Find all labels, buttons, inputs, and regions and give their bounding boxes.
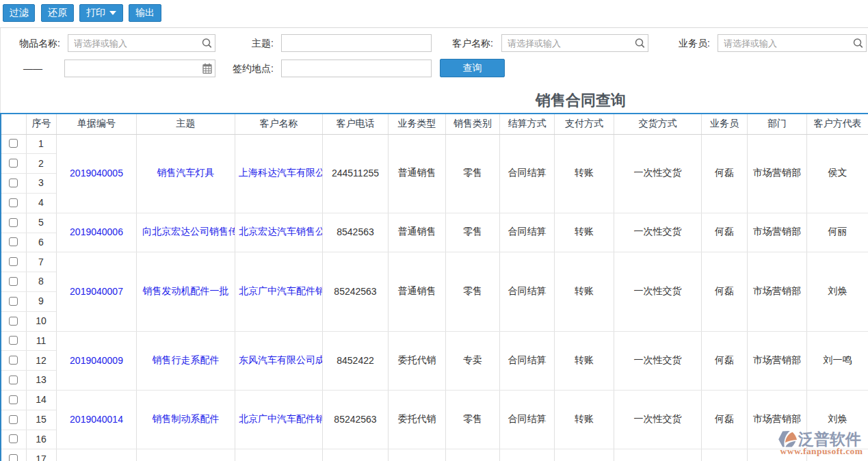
row-checkbox[interactable] xyxy=(9,159,18,168)
filter-button[interactable]: 过滤 xyxy=(3,4,35,22)
row-number: 1 xyxy=(26,134,56,154)
customer-name-input[interactable] xyxy=(502,35,648,51)
row-checkbox[interactable] xyxy=(9,218,18,227)
sales-contract-table: 序号单据编号主题客户名称客户电话业务类型销售类别结算方式支付方式交货方式业务员部… xyxy=(0,113,868,461)
cell-biz_type: 委托代销 xyxy=(389,390,445,449)
cell-salesman: 何磊 xyxy=(702,252,747,330)
print-button[interactable]: 打印 xyxy=(79,4,123,22)
cell-settle: 合同结算 xyxy=(500,252,554,330)
cell-sale_cat: 零售 xyxy=(446,252,499,330)
search-icon[interactable] xyxy=(633,38,645,49)
watermark-url: www.fanpusoft.com xyxy=(778,446,865,457)
item-name-input[interactable] xyxy=(68,35,215,51)
cell-doc_no[interactable]: 2019040014 xyxy=(57,390,136,449)
cell-customer[interactable]: 北京宏达汽车销售公司 xyxy=(235,213,322,252)
cell-doc_no[interactable]: 2019040006 xyxy=(57,213,136,252)
search-query-button-label: 查询 xyxy=(463,62,482,75)
table-left-accent xyxy=(0,113,1,461)
row-number: 13 xyxy=(26,370,56,390)
row-number: 4 xyxy=(26,193,56,213)
cell-doc_no[interactable]: 2019040005 xyxy=(57,134,136,213)
row-checkbox[interactable] xyxy=(9,376,18,384)
cell-subject[interactable]: 销售发动机配件一批 xyxy=(137,252,235,330)
restore-button-label: 还原 xyxy=(48,7,67,19)
row-checkbox[interactable] xyxy=(9,395,18,404)
row-checkbox[interactable] xyxy=(9,415,18,424)
cell-pay: 转账 xyxy=(555,213,614,252)
row-number: 10 xyxy=(26,311,56,331)
row-number: 7 xyxy=(26,252,56,272)
row-number: 8 xyxy=(26,272,56,291)
row-checkbox[interactable] xyxy=(9,336,18,345)
cell-subject[interactable]: 向北京宏达公司销售传动系配件 xyxy=(137,213,235,252)
cell-phone: 244511255 xyxy=(323,134,388,213)
toolbar-separator xyxy=(0,27,868,28)
cell-delivery: 一次性交货 xyxy=(614,390,701,449)
export-button[interactable]: 输出 xyxy=(129,4,161,22)
row-checkbox[interactable] xyxy=(9,277,18,286)
row-checkbox[interactable] xyxy=(9,179,18,187)
cell-pay: 转账 xyxy=(555,331,614,390)
search-icon[interactable] xyxy=(200,38,212,49)
cell-delivery: 一次性交货 xyxy=(614,252,701,330)
cell-subject[interactable]: 销售行走系配件 xyxy=(137,331,235,390)
cell-subject[interactable]: 销售汽车灯具 xyxy=(137,134,235,213)
column-header-9: 支付方式 xyxy=(555,114,614,134)
column-header-3: 主题 xyxy=(137,114,235,134)
row-number: 9 xyxy=(26,291,56,311)
row-checkbox[interactable] xyxy=(9,198,18,207)
item-name-label: 物品名称: xyxy=(19,34,60,52)
cell-dept: 市场营销部 xyxy=(748,213,806,252)
column-header-11: 业务员 xyxy=(702,114,747,134)
cell-sale_cat: 零售 xyxy=(446,390,499,449)
row-checkbox[interactable] xyxy=(9,454,18,461)
cell-customer[interactable]: 上海科达汽车有限公司 xyxy=(235,134,322,213)
cell-salesman: 何磊 xyxy=(702,390,747,449)
cell-doc_no[interactable]: 2019040009 xyxy=(57,331,136,390)
cell-dept: 市场营销部 xyxy=(748,331,806,390)
cell-customer[interactable]: 北京广中汽车配件销售公司 xyxy=(235,252,322,330)
cell-customer[interactable]: 北京广中汽车配件销售公司 xyxy=(235,390,322,449)
date-range-dash: —— xyxy=(23,60,42,77)
row-number: 11 xyxy=(26,331,56,351)
cell-pay: 转账 xyxy=(555,390,614,449)
search-icon[interactable] xyxy=(852,38,863,49)
cell-subject[interactable]: 销售制动系配件 xyxy=(137,390,235,449)
row-checkbox[interactable] xyxy=(9,237,18,246)
cell-sale_cat: 专卖 xyxy=(446,331,499,390)
cell-settle: 合同结算 xyxy=(500,134,554,213)
sign-place-input[interactable] xyxy=(282,60,431,77)
salesman-field xyxy=(718,34,867,52)
row-checkbox[interactable] xyxy=(9,139,18,148)
cell-salesman: 何磊 xyxy=(702,331,747,390)
row-checkbox[interactable] xyxy=(9,257,18,266)
cell-doc_no[interactable]: 2019040007 xyxy=(57,252,136,330)
salesman-input[interactable] xyxy=(718,35,866,51)
row-checkbox[interactable] xyxy=(9,297,18,306)
print-dropdown-caret-icon xyxy=(109,11,116,15)
export-button-label: 输出 xyxy=(135,7,155,19)
row-checkbox[interactable] xyxy=(9,317,18,326)
search-query-button[interactable]: 查询 xyxy=(440,59,505,77)
cell-delivery: 一次性交货 xyxy=(614,213,701,252)
row-checkbox[interactable] xyxy=(9,356,18,365)
restore-button[interactable]: 还原 xyxy=(41,4,74,22)
cell-dept: 市场营销部 xyxy=(748,252,806,330)
cell-phone: 8452422 xyxy=(323,331,388,390)
column-header-1: 序号 xyxy=(27,114,56,134)
subject-input[interactable] xyxy=(282,35,431,51)
cell-sale_cat: 零售 xyxy=(446,213,499,252)
row-checkbox[interactable] xyxy=(9,434,18,443)
cell-pay: 转账 xyxy=(555,252,614,330)
page-title: 销售合同查询 xyxy=(536,90,626,111)
cell-customer[interactable]: 东风汽车有限公司成都分公司 xyxy=(235,331,322,390)
column-header-5: 客户电话 xyxy=(323,114,388,134)
cell-rep: 何丽 xyxy=(807,213,868,252)
cell-biz_type: 普通销售 xyxy=(389,213,445,252)
row-number: 6 xyxy=(26,233,56,252)
cell-delivery: 一次性交货 xyxy=(614,331,701,390)
date-input[interactable] xyxy=(65,60,215,77)
row-number: 2 xyxy=(26,153,56,173)
sign-place-label: 签约地点: xyxy=(233,60,274,77)
calendar-icon[interactable] xyxy=(202,63,212,74)
